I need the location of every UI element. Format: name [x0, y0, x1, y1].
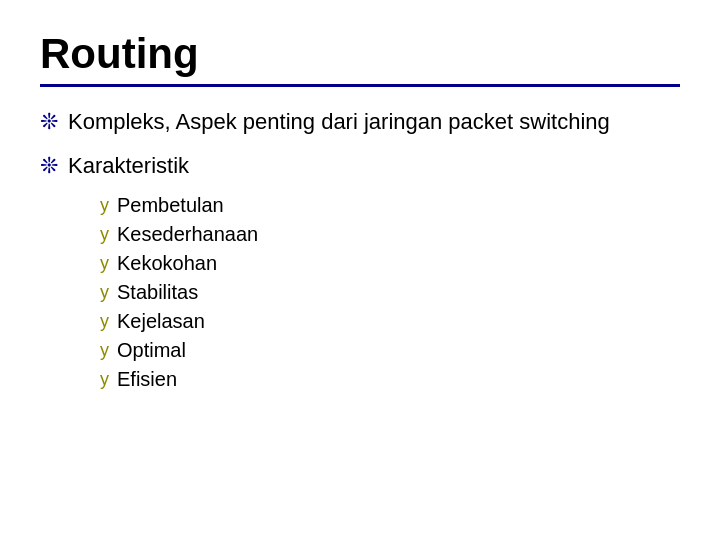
title-underline — [40, 84, 680, 87]
sub-bullet-4: y Stabilitas — [100, 281, 680, 304]
sub-bullet-text-7: Efisien — [117, 368, 177, 391]
sub-bullet-3: y Kekokohan — [100, 252, 680, 275]
sub-bullet-icon-2: y — [100, 224, 109, 245]
sub-bullet-5: y Kejelasan — [100, 310, 680, 333]
main-bullet-text-2: Karakteristik — [68, 151, 189, 181]
sub-bullet-text-4: Stabilitas — [117, 281, 198, 304]
sub-bullet-icon-3: y — [100, 253, 109, 274]
sub-bullets-list: y Pembetulan y Kesederhanaan y Kekokohan… — [100, 194, 680, 391]
sub-bullet-text-6: Optimal — [117, 339, 186, 362]
sub-bullet-6: y Optimal — [100, 339, 680, 362]
sub-bullet-icon-1: y — [100, 195, 109, 216]
sub-bullet-text-2: Kesederhanaan — [117, 223, 258, 246]
sub-bullet-2: y Kesederhanaan — [100, 223, 680, 246]
bullet-star-icon-1: ❊ — [40, 109, 58, 135]
slide-container: Routing ❊ Kompleks, Aspek penting dari j… — [0, 0, 720, 540]
sub-bullet-text-5: Kejelasan — [117, 310, 205, 333]
sub-bullet-icon-7: y — [100, 369, 109, 390]
main-bullet-text-1: Kompleks, Aspek penting dari jaringan pa… — [68, 107, 610, 137]
sub-bullet-1: y Pembetulan — [100, 194, 680, 217]
sub-bullet-text-3: Kekokohan — [117, 252, 217, 275]
main-bullet-2: ❊ Karakteristik — [40, 151, 680, 181]
main-bullet-1: ❊ Kompleks, Aspek penting dari jaringan … — [40, 107, 680, 137]
sub-bullet-7: y Efisien — [100, 368, 680, 391]
sub-bullet-icon-4: y — [100, 282, 109, 303]
sub-bullet-icon-5: y — [100, 311, 109, 332]
sub-bullet-icon-6: y — [100, 340, 109, 361]
sub-bullet-text-1: Pembetulan — [117, 194, 224, 217]
bullet-star-icon-2: ❊ — [40, 153, 58, 179]
slide-title: Routing — [40, 30, 680, 78]
